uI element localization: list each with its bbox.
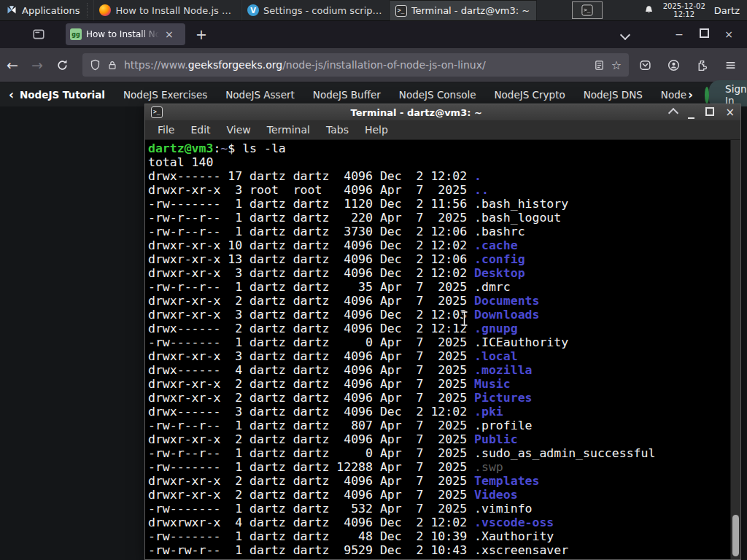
firefox-toolbar: ← → https://www.geeksforgeeks.org/node-j… xyxy=(0,48,747,82)
taskbar: How to Install Node.js o...VSettings - c… xyxy=(93,0,537,20)
nav-item[interactable]: NodeJS Console xyxy=(399,89,476,101)
reader-view-icon[interactable] xyxy=(594,60,605,71)
workspace-switcher[interactable]: >_ xyxy=(572,1,603,19)
window-maximize-button[interactable] xyxy=(692,28,716,40)
terminal-window-icon: >_ xyxy=(151,106,163,118)
terminal-menu-tabs[interactable]: Tabs xyxy=(318,124,357,136)
back-button[interactable]: ← xyxy=(0,57,25,73)
lock-icon[interactable] xyxy=(107,60,117,71)
terminal-menu-terminal[interactable]: Terminal xyxy=(259,124,318,136)
panel-clock[interactable]: 2025-12-02 12:12 xyxy=(663,2,705,18)
nav-item[interactable]: NodeJS Buffer xyxy=(313,89,381,101)
terminal-output-line: drwxr-xr-x 2 dartz dartz 4096 Apr 7 2025… xyxy=(148,488,729,502)
nav-item[interactable]: NodeJS DNS xyxy=(584,89,643,101)
terminal-rollup-icon[interactable] xyxy=(670,106,677,119)
terminal-output-line: -rw------- 1 dartz dartz 1120 Dec 2 11:5… xyxy=(148,197,729,211)
account-icon[interactable] xyxy=(667,59,680,71)
system-tray: 2025-12-02 12:12 Dartz xyxy=(643,0,747,20)
top-panel: Applications How to Install Node.js o...… xyxy=(0,0,747,21)
browser-tab-active[interactable]: gg How to Install Node.js on × xyxy=(66,23,185,45)
terminal-scrollbar-thumb[interactable] xyxy=(732,515,739,556)
terminal-output-line: drwxr-xr-x 2 dartz dartz 4096 Apr 7 2025… xyxy=(148,294,729,308)
terminal-output-line: drwx------ 2 dartz dartz 4096 Dec 2 12:1… xyxy=(148,322,729,335)
applications-menu[interactable]: Applications xyxy=(0,0,85,20)
terminal-output-line: -rw-r--r-- 1 dartz dartz 220 Apr 7 2025 … xyxy=(148,211,729,225)
url-scheme: https://www. xyxy=(124,59,188,71)
nav-item[interactable]: Node xyxy=(661,89,686,101)
terminal-output-line: drwxr-xr-x 2 dartz dartz 4096 Apr 7 2025… xyxy=(148,432,729,446)
terminal-scrollbar[interactable] xyxy=(730,140,740,559)
clock-date: 2025-12-02 xyxy=(663,2,705,10)
pocket-icon[interactable] xyxy=(639,59,651,71)
new-tab-button[interactable]: + xyxy=(196,26,207,42)
terminal-icon: >_ xyxy=(395,5,407,17)
url-text[interactable]: https://www.geeksforgeeks.org/node-js/in… xyxy=(124,59,587,71)
terminal-output-line: drwxr-xr-x 10 dartz dartz 4096 Dec 2 12:… xyxy=(148,238,729,252)
terminal-output-line: -rw-r--r-- 1 dartz dartz 35 Apr 7 2025 .… xyxy=(148,280,729,294)
url-domain: geeksforgeeks.org xyxy=(188,59,282,71)
terminal-minimize-icon[interactable] xyxy=(688,107,694,118)
forward-button[interactable]: → xyxy=(25,57,50,73)
terminal-output-line: drwx------ 4 dartz dartz 4096 Apr 7 2025… xyxy=(148,363,729,377)
shield-icon[interactable] xyxy=(90,59,101,71)
tab-title: How to Install Node.js on xyxy=(86,29,159,39)
terminal-window-thumbnail-icon: >_ xyxy=(582,4,593,15)
terminal-output-line: drwxr-xr-x 3 dartz dartz 4096 Dec 2 12:0… xyxy=(148,266,729,280)
window-minimize-button[interactable]: − xyxy=(667,28,692,40)
terminal-title: Terminal - dartz@vm3: ~ xyxy=(169,107,664,118)
terminal-menu-edit[interactable]: Edit xyxy=(182,124,218,136)
terminal-close-icon[interactable]: × xyxy=(725,106,735,119)
terminal-titlebar[interactable]: >_ Terminal - dartz@vm3: ~ × xyxy=(145,104,740,120)
nav-item[interactable]: NodeJS Crypto xyxy=(495,89,565,101)
terminal-output-line: drwxr-xr-x 3 dartz dartz 4096 Apr 7 2025… xyxy=(148,349,729,363)
terminal-output[interactable]: dartz@vm3:~$ ls -latotal 140drwx------ 1… xyxy=(145,140,740,559)
firefox-tabbar: gg How to Install Node.js on × + − × xyxy=(0,20,747,48)
terminal-output-line: drwxr-xr-x 2 dartz dartz 4096 Apr 7 2025… xyxy=(148,474,729,488)
terminal-menu-view[interactable]: View xyxy=(219,124,259,136)
nav-item[interactable]: NodeJS Assert xyxy=(225,89,295,101)
terminal-maximize-icon[interactable] xyxy=(705,107,714,118)
firefox-icon xyxy=(99,4,111,16)
terminal-output-line: -rw------- 1 dartz dartz 12288 Apr 7 202… xyxy=(148,460,729,474)
terminal-output-line: -rw-r--r-- 1 dartz dartz 0 Apr 7 2025 .s… xyxy=(148,446,729,460)
terminal-output-line: drwxr-xr-x 2 dartz dartz 4096 Apr 7 2025… xyxy=(148,391,729,405)
nav-item[interactable]: NodeJS Exercises xyxy=(123,89,207,101)
terminal-menu-help[interactable]: Help xyxy=(357,124,396,136)
taskbar-button-title: Terminal - dartz@vm3: ~ xyxy=(411,5,530,16)
nav-scroll-left-icon[interactable]: ‹ xyxy=(9,88,14,102)
terminal-menu-file[interactable]: File xyxy=(150,124,182,136)
bookmark-star-icon[interactable]: ☆ xyxy=(611,58,622,72)
firefox-view-icon[interactable] xyxy=(32,28,45,41)
nav-scroll-right-icon[interactable]: › xyxy=(688,88,693,102)
terminal-output-line: drwxrwxr-x 4 dartz dartz 4096 Dec 2 12:0… xyxy=(148,516,729,529)
terminal-menubar: FileEditViewTerminalTabsHelp xyxy=(145,120,740,140)
panel-spacer xyxy=(603,0,643,20)
window-close-button[interactable]: × xyxy=(716,28,741,40)
taskbar-button[interactable]: >_Terminal - dartz@vm3: ~ xyxy=(390,0,538,20)
taskbar-button[interactable]: VSettings - codium script... xyxy=(241,0,390,20)
terminal-window-controls: × xyxy=(670,106,735,119)
reload-icon[interactable] xyxy=(56,59,69,71)
terminal-output-line: -rw-r--r-- 1 dartz dartz 807 Apr 7 2025 … xyxy=(148,419,729,432)
nav-item[interactable]: NodeJS Tutorial xyxy=(20,89,105,101)
hamburger-menu-icon[interactable] xyxy=(724,59,737,71)
terminal-output-line: -rw-rw-r-- 1 dartz dartz 9529 Dec 2 10:4… xyxy=(148,543,729,557)
notification-bell-icon[interactable] xyxy=(643,4,654,16)
terminal-output-line: -rw-r--r-- 1 dartz dartz 3730 Dec 2 12:0… xyxy=(148,225,729,238)
terminal-output-line: -rw------- 1 dartz dartz 0 Apr 7 2025 .I… xyxy=(148,335,729,349)
tab-favicon-gfg: gg xyxy=(70,28,82,40)
url-bar[interactable]: https://www.geeksforgeeks.org/node-js/in… xyxy=(82,53,629,77)
nav-items: NodeJS TutorialNodeJS ExercisesNodeJS As… xyxy=(20,89,686,101)
applications-label: Applications xyxy=(22,5,80,16)
list-all-tabs-icon[interactable] xyxy=(622,28,629,42)
taskbar-button[interactable]: How to Install Node.js o... xyxy=(93,0,241,20)
clock-time: 12:12 xyxy=(663,10,705,18)
extensions-puzzle-icon[interactable] xyxy=(696,59,708,71)
terminal-output-line: drwxr-xr-x 2 dartz dartz 4096 Apr 7 2025… xyxy=(148,377,729,391)
desktop: { "colors": { "gfg_green": "#2f8d46", "t… xyxy=(0,0,747,560)
taskbar-button-title: How to Install Node.js o... xyxy=(115,5,236,16)
mouse-ibeam-cursor xyxy=(460,311,469,327)
toolbar-right-icons xyxy=(639,59,737,71)
tab-close-icon[interactable]: × xyxy=(163,29,175,39)
user-menu[interactable]: Dartz xyxy=(714,5,740,16)
